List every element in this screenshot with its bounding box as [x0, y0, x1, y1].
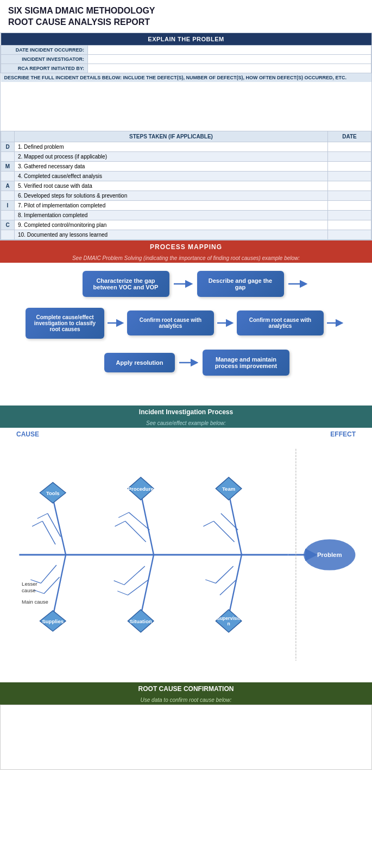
step-date-2[interactable]: [328, 161, 371, 171]
fishbone-svg: Problem Tools Procedure: [5, 446, 367, 663]
step-date-4[interactable]: [328, 181, 371, 191]
step-letter-3: [1, 171, 15, 181]
svg-text:Situation: Situation: [130, 618, 152, 624]
description-label-row: DESCRIBE THE FULL INCIDENT DETAILS BELOW…: [1, 73, 371, 82]
flow-row-2: Complete cause/effect investigation to c…: [11, 308, 361, 339]
incident-subheader: See cause/effect example below:: [0, 419, 372, 428]
field-row-0: DATE INCIDENT OCCURRED:: [1, 45, 371, 54]
cause-label: CAUSE: [5, 430, 330, 438]
svg-line-45: [216, 566, 233, 583]
step-row-8: C 9. Completed control/monitoring plan: [1, 220, 371, 230]
svg-text:cause: cause: [22, 587, 35, 593]
step-text-9: 10. Documented any lessons learned: [15, 230, 328, 239]
process-mapping-section: PROCESS MAPPING See DMAIC Problem Solvin…: [0, 240, 372, 395]
step-text-1: 2. Mapped out process (if applicable): [15, 151, 328, 161]
svg-text:Team: Team: [222, 485, 235, 491]
step-date-1[interactable]: [328, 151, 371, 161]
field-label-2: RCA REPORT INITIATED BY:: [1, 64, 88, 73]
svg-line-37: [141, 555, 154, 616]
step-date-6[interactable]: [328, 200, 371, 210]
svg-line-41: [117, 591, 128, 595]
step-date-8[interactable]: [328, 220, 371, 230]
step-text-3: 4. Completed cause/effect analysis: [15, 171, 328, 181]
step-text-6: 7. Pilot of implementation completed: [15, 200, 328, 210]
step-letter-8: C: [1, 220, 15, 230]
flow-box-apply: Apply resolution: [104, 353, 175, 372]
steps-col-empty: [1, 131, 15, 142]
svg-line-27: [203, 521, 213, 527]
step-row-7: 8. Implementation completed: [1, 210, 371, 220]
step-text-2: 3. Gathered necessary data: [15, 161, 328, 171]
svg-line-31: [41, 565, 56, 583]
flow-box-confirm2: Confirm root cause with analytics: [237, 311, 324, 335]
steps-date-header: DATE: [328, 131, 371, 142]
spacer-1: [0, 669, 372, 677]
main-title-block: SIX SIGMA DMAIC METHODOLOGY ROOT CAUSE A…: [0, 0, 372, 33]
flow-box-confirm1: Confirm root cause with analytics: [127, 311, 214, 335]
step-date-7[interactable]: [328, 210, 371, 220]
step-text-0: 1. Defined problem: [15, 142, 328, 151]
field-row-1: INCIDENT INVESTIGATOR:: [1, 54, 371, 64]
svg-text:Lesser: Lesser: [22, 581, 37, 587]
title-line2: ROOT CAUSE ANALYSIS REPORT: [8, 17, 364, 28]
flow-arrow-2a: [108, 318, 124, 328]
flow-arrow-3: [179, 357, 198, 368]
svg-line-38: [124, 566, 145, 585]
svg-text:n: n: [227, 621, 230, 626]
step-row-9: 10. Documented any lessons learned: [1, 230, 371, 239]
process-subheader: See DMAIC Problem Solving (indicating th…: [0, 254, 372, 263]
svg-line-24: [229, 492, 242, 554]
description-value-row: [1, 82, 371, 131]
flow-arrow-1: [174, 278, 193, 289]
flow-box-manage: Manage and maintain process improvement: [203, 350, 289, 376]
root-cause-subheader: Use data to confirm root cause below:: [0, 695, 372, 705]
step-letter-0: D: [1, 142, 15, 151]
step-text-7: 8. Implementation completed: [15, 210, 328, 220]
description-label: DESCRIBE THE FULL INCIDENT DETAILS BELOW…: [1, 73, 371, 82]
svg-line-14: [37, 513, 48, 518]
svg-line-21: [118, 512, 129, 517]
field-row-2: RCA REPORT INITIATED BY:: [1, 64, 371, 73]
step-date-9[interactable]: [328, 230, 371, 239]
flow-box-characterize: Characterize the gap between VOC and VOP: [83, 271, 169, 297]
description-value[interactable]: [1, 82, 371, 131]
incident-section: Incident Investigation Process See cause…: [0, 406, 372, 669]
svg-text:Problem: Problem: [317, 551, 342, 557]
title-line1: SIX SIGMA DMAIC METHODOLOGY: [8, 5, 364, 17]
field-value-2[interactable]: [88, 64, 371, 73]
step-row-4: A 5. Verified root cause with data: [1, 181, 371, 191]
step-row-6: I 7. Pilot of implementation completed: [1, 200, 371, 210]
fishbone-diagram: Problem Tools Procedure: [0, 441, 372, 669]
field-label-1: INCIDENT INVESTIGATOR:: [1, 54, 88, 64]
step-row-0: D 1. Defined problem: [1, 142, 371, 151]
field-value-0[interactable]: [88, 45, 371, 54]
root-cause-header: ROOT CAUSE CONFIRMATION: [0, 682, 372, 695]
svg-line-47: [205, 579, 216, 583]
flow-box-complete: Complete cause/effect investigation to c…: [26, 308, 104, 339]
svg-text:Supervisio: Supervisio: [217, 616, 241, 621]
cause-effect-header: CAUSE EFFECT: [0, 428, 372, 441]
flow-arrow-1b: [288, 278, 307, 289]
field-value-1[interactable]: [88, 54, 371, 64]
steps-col-header: STEPS TAKEN (IF APPLICABLE): [15, 131, 328, 142]
step-letter-6: I: [1, 200, 15, 210]
explain-section: EXPLAIN THE PROBLEM DATE INCIDENT OCCURR…: [0, 33, 372, 240]
step-letter-9: [1, 230, 15, 239]
root-cause-section: ROOT CAUSE CONFIRMATION Use data to conf…: [0, 682, 372, 770]
process-header: PROCESS MAPPING: [0, 240, 372, 254]
step-text-8: 9. Completed control/monitoring plan: [15, 220, 328, 230]
steps-table: STEPS TAKEN (IF APPLICABLE) DATE D 1. De…: [1, 131, 371, 240]
svg-line-40: [114, 580, 124, 585]
step-letter-2: M: [1, 161, 15, 171]
flow-box-describe: Describe and gage the gap: [197, 271, 284, 297]
step-date-0[interactable]: [328, 142, 371, 151]
root-cause-content[interactable]: [0, 705, 372, 770]
step-row-1: 2. Mapped out process (if applicable): [1, 151, 371, 161]
steps-header-row: STEPS TAKEN (IF APPLICABLE) DATE: [1, 131, 371, 142]
svg-line-30: [53, 555, 66, 617]
flow-arrow-2b: [217, 318, 234, 328]
step-date-5[interactable]: [328, 191, 371, 200]
step-text-5: 6. Developed steps for solutions & preve…: [15, 191, 328, 200]
step-letter-4: A: [1, 181, 15, 191]
step-date-3[interactable]: [328, 171, 371, 181]
